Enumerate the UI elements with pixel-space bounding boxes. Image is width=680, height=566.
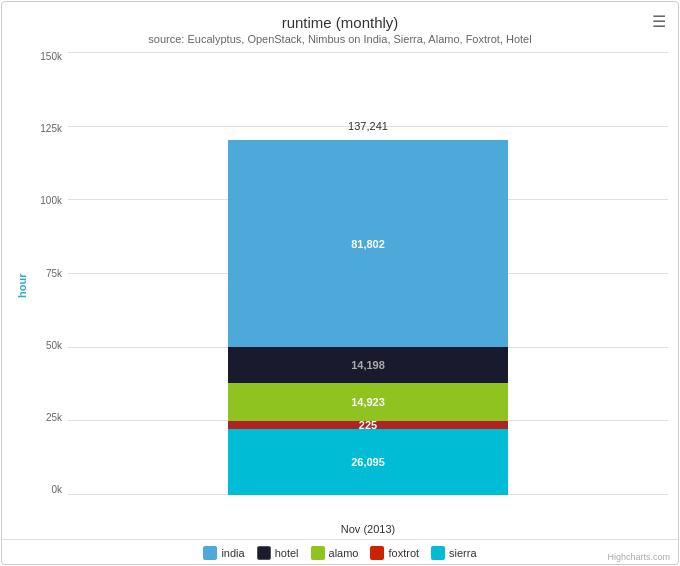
grid-and-bars: 0k25k50k75k100k125k150k 137,241 26,09522… xyxy=(28,52,668,517)
chart-title: runtime (monthly) xyxy=(2,14,678,31)
legend-swatch-hotel xyxy=(257,546,271,560)
highcharts-credit: Highcharts.com xyxy=(607,552,670,562)
bar-segment-alamo: 14,923 xyxy=(228,383,508,421)
bar-label-sierra: 26,095 xyxy=(351,456,385,468)
legend-item-alamo[interactable]: alamo xyxy=(311,546,359,560)
bar-total-label: 137,241 xyxy=(348,120,388,132)
bars-area: 137,241 26,09522514,92314,19881,802 xyxy=(68,52,668,517)
chart-inner: 0k25k50k75k100k125k150k 137,241 26,09522… xyxy=(28,52,668,539)
y-tick: 125k xyxy=(40,124,62,134)
y-tick: 100k xyxy=(40,196,62,206)
chart-area: hour 0k25k50k75k100k125k150k 137,241 26,… xyxy=(2,47,678,539)
legend-swatch-alamo xyxy=(311,546,325,560)
legend-swatch-sierra xyxy=(431,546,445,560)
legend-label-india: india xyxy=(221,547,244,559)
legend: indiahotelalamofoxtrotsierra xyxy=(2,539,678,564)
bar-segment-hotel: 14,198 xyxy=(228,347,508,383)
legend-label-foxtrot: foxtrot xyxy=(388,547,419,559)
y-tick: 25k xyxy=(46,413,62,423)
menu-icon[interactable]: ☰ xyxy=(652,12,666,31)
legend-label-hotel: hotel xyxy=(275,547,299,559)
y-axis-label: hour xyxy=(12,52,28,519)
legend-label-alamo: alamo xyxy=(329,547,359,559)
bar-wrapper: 137,241 26,09522514,92314,19881,802 xyxy=(228,140,508,495)
bar-segment-india: 81,802 xyxy=(228,140,508,347)
bar-label-india: 81,802 xyxy=(351,238,385,250)
bar-label-alamo: 14,923 xyxy=(351,396,385,408)
y-tick: 50k xyxy=(46,341,62,351)
y-axis-ticks: 0k25k50k75k100k125k150k xyxy=(28,52,68,517)
legend-item-foxtrot[interactable]: foxtrot xyxy=(370,546,419,560)
bar-label-hotel: 14,198 xyxy=(351,359,385,371)
chart-container: runtime (monthly) source: Eucalyptus, Op… xyxy=(1,1,679,565)
grid-line xyxy=(68,52,668,53)
chart-subtitle: source: Eucalyptus, OpenStack, Nimbus on… xyxy=(2,33,678,45)
legend-swatch-india xyxy=(203,546,217,560)
x-axis-label-text: Nov (2013) xyxy=(341,523,395,535)
chart-header: runtime (monthly) source: Eucalyptus, Op… xyxy=(2,2,678,47)
legend-item-sierra[interactable]: sierra xyxy=(431,546,477,560)
bar-segment-sierra: 26,095 xyxy=(228,429,508,495)
bar-segment-foxtrot: 225 xyxy=(228,421,508,429)
y-tick: 150k xyxy=(40,52,62,62)
x-axis-label: Nov (2013) xyxy=(28,517,668,539)
legend-item-hotel[interactable]: hotel xyxy=(257,546,299,560)
y-tick: 0k xyxy=(51,485,62,495)
legend-label-sierra: sierra xyxy=(449,547,477,559)
y-tick: 75k xyxy=(46,269,62,279)
legend-item-india[interactable]: india xyxy=(203,546,244,560)
legend-swatch-foxtrot xyxy=(370,546,384,560)
